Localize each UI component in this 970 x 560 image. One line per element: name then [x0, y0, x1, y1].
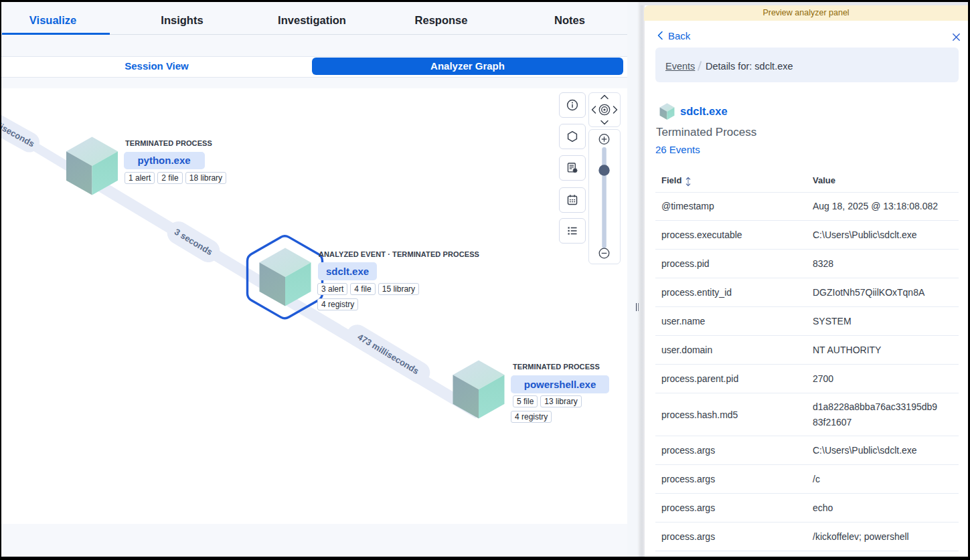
- svg-text:473 milliseconds: 473 milliseconds: [356, 332, 421, 376]
